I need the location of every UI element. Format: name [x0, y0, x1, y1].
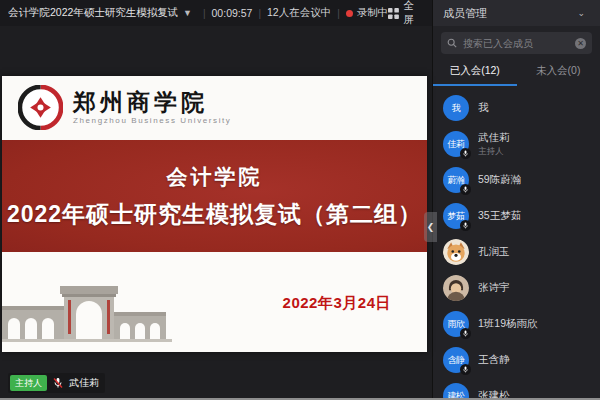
panel-title: 成员管理 [443, 6, 487, 21]
avatar-initials: 建松 [448, 390, 465, 400]
slide-title-line1: 会计学院 [167, 163, 263, 191]
member-tabs: 已入会(12) 未入会(0) [433, 59, 600, 86]
member-row[interactable]: 孔润玉 [433, 234, 600, 270]
recording-label: 录制中 [357, 6, 389, 20]
slide-title-line2: 2022年硕士研究生模拟复试（第二组） [7, 199, 422, 230]
member-name: 武佳莉 [478, 131, 510, 145]
member-name: 59陈蔚瀚 [478, 173, 521, 187]
mic-icon [460, 364, 471, 375]
speaker-name: 武佳莉 [69, 376, 99, 390]
member-search: ✕ [441, 32, 592, 54]
member-row[interactable]: 含静王含静 [433, 342, 600, 378]
member-name: 我 [478, 101, 489, 115]
member-avatar: 雨欣 [443, 311, 469, 337]
muted-mic-icon [52, 377, 64, 389]
slide-title-banner: 会计学院 2022年硕士研究生模拟复试（第二组） [2, 140, 427, 252]
mic-icon [460, 148, 471, 159]
member-row[interactable]: 建松张建松 [433, 378, 600, 400]
member-name: 35王梦茹 [478, 209, 521, 223]
tab-not-joined[interactable]: 未入会(0) [517, 59, 600, 86]
speaker-overlay: 主持人 武佳莉 [8, 373, 105, 393]
clear-search-icon[interactable]: ✕ [575, 38, 586, 49]
presentation-slide: 郑州商学院 Zhengzhou Business University 会计学院… [2, 76, 427, 352]
divider: | [203, 8, 206, 19]
member-avatar: 含静 [443, 347, 469, 373]
member-name: 张建松 [478, 389, 510, 400]
mic-icon [460, 328, 471, 339]
search-icon [447, 38, 457, 48]
member-row[interactable]: 我我 [433, 90, 600, 126]
member-search-input[interactable] [461, 37, 571, 50]
member-role: 主持人 [478, 146, 510, 158]
slide-footer: 2022年3月24日 [2, 252, 427, 352]
slide-date: 2022年3月24日 [283, 294, 391, 313]
member-avatar: 佳莉 [443, 131, 469, 157]
fullscreen-button[interactable]: 全屏 [388, 0, 424, 27]
member-avatar: 我 [443, 95, 469, 121]
main-area: 郑州商学院 Zhengzhou Business University 会计学院… [0, 26, 600, 400]
dog-photo-avatar [443, 239, 469, 265]
recording-dot-icon [346, 10, 353, 17]
person-photo-avatar [443, 275, 469, 301]
recording-indicator[interactable]: 录制中 [346, 6, 389, 20]
member-name: 1班19杨雨欣 [478, 317, 538, 331]
divider: | [258, 8, 261, 19]
university-name-cn: 郑州商学院 [73, 90, 231, 114]
member-row[interactable]: 佳莉武佳莉主持人 [433, 126, 600, 162]
member-name: 王含静 [478, 353, 510, 367]
top-bar: 会计学院2022年硕士研究生模拟复试（第二组） ▼ | 00:09:57 | 1… [0, 0, 600, 26]
fullscreen-icon [388, 8, 399, 19]
member-row[interactable]: 蔚瀚59陈蔚瀚 [433, 162, 600, 198]
panel-collapse-handle[interactable]: ❮ [424, 212, 437, 242]
member-list: 我我佳莉武佳莉主持人蔚瀚59陈蔚瀚梦茹35王梦茹孔润玉张诗宇雨欣1班19杨雨欣含… [433, 86, 600, 400]
host-badge: 主持人 [10, 375, 47, 391]
panel-chevron-down-icon[interactable]: ⌄ [577, 8, 585, 18]
member-row[interactable]: 雨欣1班19杨雨欣 [433, 306, 600, 342]
chevron-down-icon[interactable]: ▼ [183, 8, 192, 18]
mic-icon [460, 220, 471, 231]
member-name: 孔润玉 [478, 245, 510, 259]
member-panel: ✕ 已入会(12) 未入会(0) 我我佳莉武佳莉主持人蔚瀚59陈蔚瀚梦茹35王梦… [432, 26, 600, 400]
fullscreen-label: 全屏 [403, 0, 424, 27]
slide-header: 郑州商学院 Zhengzhou Business University [2, 76, 427, 140]
participant-count[interactable]: 12人在会议中 [267, 6, 331, 20]
member-row[interactable]: 梦茹35王梦茹 [433, 198, 600, 234]
panel-header: 成员管理 ⌄ [432, 0, 600, 26]
screen-share-stage: 郑州商学院 Zhengzhou Business University 会计学院… [0, 26, 432, 400]
tab-joined[interactable]: 已入会(12) [433, 59, 517, 86]
member-row[interactable]: 张诗宇 [433, 270, 600, 306]
mic-icon [460, 184, 471, 195]
divider: | [337, 8, 340, 19]
member-avatar: 建松 [443, 383, 469, 400]
avatar-initials: 我 [452, 102, 461, 115]
campus-gate-image [2, 282, 177, 344]
member-avatar: 蔚瀚 [443, 167, 469, 193]
member-avatar: 梦茹 [443, 203, 469, 229]
meeting-title[interactable]: 会计学院2022年硕士研究生模拟复试（第二组） [8, 6, 178, 20]
university-name-en: Zhengzhou Business University [73, 116, 231, 125]
meeting-timer: 00:09:57 [212, 7, 253, 19]
member-name: 张诗宇 [478, 281, 510, 295]
meeting-info-bar: 会计学院2022年硕士研究生模拟复试（第二组） ▼ | 00:09:57 | 1… [0, 0, 432, 26]
meeting-window: 会计学院2022年硕士研究生模拟复试（第二组） ▼ | 00:09:57 | 1… [0, 0, 600, 400]
university-emblem-icon [18, 85, 63, 130]
